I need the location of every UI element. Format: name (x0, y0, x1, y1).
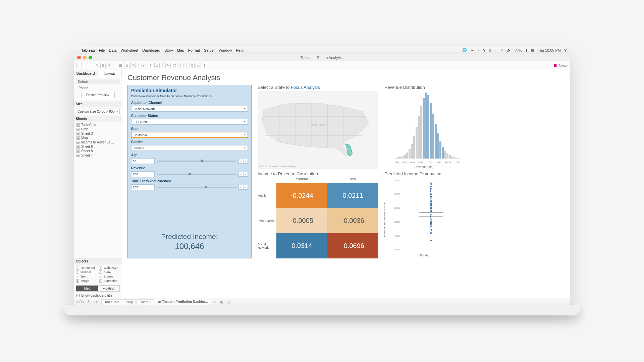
toolbar-sort-asc-icon[interactable]: ↧ (148, 63, 153, 68)
histogram-bar[interactable] (416, 127, 418, 159)
new-story-icon[interactable]: ▢ (225, 300, 231, 304)
histogram-bar[interactable] (404, 155, 406, 159)
bottom-tab[interactable]: TableCalc (101, 299, 122, 305)
data-source-tab[interactable]: ⊞ Data Source (76, 300, 101, 304)
histogram-bar[interactable] (432, 114, 434, 159)
new-dashboard-icon[interactable]: ▦ (218, 300, 224, 304)
object-extension[interactable]: ◧Extension (99, 279, 120, 283)
toolbar-new-data-icon[interactable]: ⊞ (100, 63, 106, 68)
histogram-bar[interactable] (453, 157, 455, 159)
object-horizontal[interactable]: ▭Horizontal (76, 266, 97, 269)
correlation-cell[interactable]: -0.0696 (327, 233, 378, 258)
correlation-cell[interactable]: -0.0005 (276, 208, 327, 233)
sim-time-stepper[interactable]: ‹› (238, 185, 248, 190)
layout-mode-toggle[interactable]: Tiled Floating (76, 285, 120, 292)
sim-aq-dropdown[interactable]: Social Network▾ (131, 106, 248, 112)
histogram-bar[interactable] (439, 141, 441, 159)
menu-dashboard[interactable]: Dashboard (142, 48, 160, 52)
toolbar-highlight-icon[interactable]: ✎ (165, 63, 171, 68)
correlation-cell[interactable]: -0.0036 (327, 208, 378, 233)
histogram-bar[interactable] (444, 150, 446, 159)
histogram-bar[interactable] (427, 95, 429, 159)
sim-rev-input[interactable]: 650 (131, 171, 155, 177)
flag-icon[interactable]: ▦ (531, 48, 534, 52)
sim-age-slider[interactable] (157, 161, 236, 162)
minimize-window-icon[interactable] (83, 56, 87, 59)
histogram-bar[interactable] (425, 93, 427, 159)
bluetooth-icon[interactable]: ᚼ (495, 48, 497, 52)
correlation-cell[interactable]: -0.0244 (276, 183, 327, 208)
clock[interactable]: Thu 10:05 PM (538, 48, 561, 52)
histogram-bar[interactable] (420, 106, 422, 159)
us-map[interactable]: United States (261, 94, 375, 158)
new-worksheet-icon[interactable]: ⊞ (212, 300, 218, 304)
histogram-bar[interactable] (446, 153, 448, 159)
zoom-window-icon[interactable] (89, 56, 92, 59)
revenue-distribution-panel[interactable]: Revenue Distribution 2004006008001000120… (384, 85, 464, 169)
object-text[interactable]: AText (76, 275, 97, 278)
sheet-item[interactable]: ▦Sheet 8 (74, 149, 122, 153)
object-blank[interactable]: ▢Blank (99, 270, 120, 274)
device-phone[interactable]: Phone (76, 85, 120, 90)
object-image[interactable]: ▣Image (76, 279, 97, 283)
toolbar-present-icon[interactable]: ▭ (196, 63, 201, 68)
sim-gender-dropdown[interactable]: Female▾ (131, 145, 248, 151)
predicted-distribution-panel[interactable]: Predicted Income Distribution Predicted … (384, 171, 464, 258)
spotlight-icon[interactable]: ⚲ (564, 48, 567, 52)
object-vertical[interactable]: ▯Vertical (76, 270, 97, 274)
correlation-panel[interactable]: Income to Revenue Correlation EXISTINGNE… (258, 171, 378, 258)
menu-data[interactable]: Data (109, 48, 117, 52)
histogram-bar[interactable] (406, 153, 408, 159)
wifi-icon[interactable]: ⊚ (500, 48, 503, 52)
status-icon[interactable]: ⌁ (477, 48, 480, 52)
size-dropdown[interactable]: Custom size (1400 x 800)▾ (76, 109, 120, 114)
display-icon[interactable]: ⎚ (489, 48, 491, 52)
toolbar-forward-icon[interactable]: → (83, 63, 88, 68)
histogram-bar[interactable] (435, 124, 437, 159)
sheet-item[interactable]: ▦Map (74, 136, 122, 140)
show-me-button[interactable]: ⊞Show (554, 63, 568, 68)
sheet-item[interactable]: ▦TableCalc (74, 123, 122, 127)
histogram-bar[interactable] (418, 116, 420, 159)
histogram-bar[interactable] (437, 133, 439, 159)
sim-rev-slider[interactable] (157, 174, 236, 175)
menu-format[interactable]: Format (188, 48, 200, 52)
toolbar-clear-icon[interactable]: ▢ (130, 63, 136, 68)
floating-mode[interactable]: Floating (98, 286, 120, 291)
toolbar-share-icon[interactable]: ⇪ (202, 63, 207, 68)
histogram-bar[interactable] (456, 158, 458, 159)
toolbar-label-icon[interactable]: T (178, 63, 183, 68)
toolbar-back-icon[interactable]: ← (76, 63, 82, 68)
menu-file[interactable]: File (99, 48, 105, 52)
bottom-tab[interactable]: Prep (123, 299, 136, 305)
sidebar-tab-dashboard[interactable]: Dashboard (74, 70, 98, 77)
menu-help[interactable]: Help (236, 48, 244, 52)
sim-rev-stepper[interactable]: ‹› (238, 172, 248, 177)
sim-age-stepper[interactable]: ‹› (238, 159, 248, 164)
histogram-bar[interactable] (458, 158, 460, 159)
tiled-mode[interactable]: Tiled (76, 286, 98, 291)
sheet-item[interactable]: ▦Income to Revenue ... (74, 140, 122, 144)
histogram-bar[interactable] (451, 157, 453, 159)
menu-map[interactable]: Map (177, 48, 184, 52)
toolbar-group-icon[interactable]: ⌘ (172, 63, 177, 68)
histogram-bar[interactable] (449, 155, 451, 159)
histogram-bar[interactable] (411, 144, 413, 159)
sim-age-input[interactable]: 55 (131, 158, 155, 164)
close-window-icon[interactable] (77, 56, 81, 59)
menu-worksheet[interactable]: Worksheet (121, 48, 138, 52)
sheet-item[interactable]: ▦Sheet 7 (74, 153, 122, 158)
cloud-icon[interactable]: ☁ (470, 48, 474, 52)
menu-server[interactable]: Server (204, 48, 215, 52)
histogram-bar[interactable] (442, 147, 444, 159)
device-preview-button[interactable]: Device Preview (81, 92, 115, 98)
bottom-tab[interactable]: Sheet 3 (137, 299, 154, 305)
histogram-bar[interactable] (423, 98, 425, 159)
show-title-checkbox[interactable]: ✓ Show dashboard title (74, 293, 122, 298)
search-icon[interactable]: ⚲ (483, 48, 486, 52)
histogram-bar[interactable] (397, 157, 399, 159)
globe-icon[interactable]: 🌐 (462, 48, 467, 52)
toolbar-swap-icon[interactable]: ⇄ (142, 63, 147, 68)
object-button[interactable]: ▭Button (99, 275, 120, 278)
object-webpage[interactable]: ⊕Web Page (99, 266, 120, 269)
